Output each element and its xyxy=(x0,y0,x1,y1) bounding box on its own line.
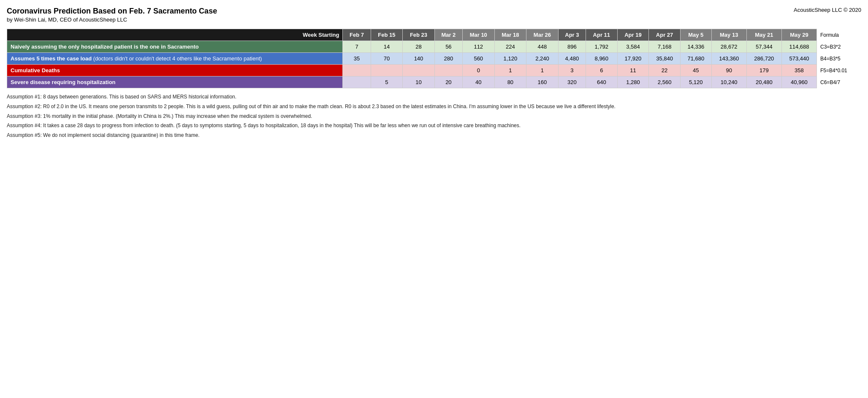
col-header-feb-15: Feb 15 xyxy=(371,29,403,41)
row3-cell-12: 90 xyxy=(711,65,746,76)
row2-cell-1: 70 xyxy=(371,53,403,65)
row4-cell-2: 10 xyxy=(403,76,435,88)
row2-cell-7: 4,480 xyxy=(558,53,586,65)
assumption-4: Assumption #4: It takes a case 28 days t… xyxy=(7,122,861,129)
row3-cell-1 xyxy=(371,65,403,76)
row1-cell-6: 448 xyxy=(526,41,559,53)
row2-cell-10: 35,840 xyxy=(649,53,681,65)
row3-cell-2 xyxy=(403,65,435,76)
row4-cell-6: 160 xyxy=(526,76,559,88)
row1-cell-8: 1,792 xyxy=(586,41,618,53)
row1-cell-0: 7 xyxy=(343,41,371,53)
row4-formula: C6=B4/7 xyxy=(817,76,861,88)
row4-cell-13: 20,480 xyxy=(746,76,781,88)
row4-cell-14: 40,960 xyxy=(781,76,816,88)
row1-cell-2: 28 xyxy=(403,41,435,53)
assumption-5: Assumption #5: We do not implement socia… xyxy=(7,132,861,139)
row4-cell-10: 2,560 xyxy=(649,76,681,88)
row1-cell-12: 28,672 xyxy=(711,41,746,53)
col-header-apr-3: Apr 3 xyxy=(558,29,586,41)
row2-cell-3: 280 xyxy=(434,53,462,65)
assumptions-section: Assumption #1: 8 days between generation… xyxy=(7,93,861,139)
page-title: Coronavirus Prediction Based on Feb. 7 S… xyxy=(7,7,217,16)
col-header-apr-27: Apr 27 xyxy=(649,29,681,41)
row2-cell-5: 1,120 xyxy=(494,53,526,65)
row3-cell-4: 0 xyxy=(462,65,494,76)
row2-cell-8: 8,960 xyxy=(586,53,618,65)
row1-cell-10: 7,168 xyxy=(649,41,681,53)
row4-cell-9: 1,280 xyxy=(617,76,649,88)
table-row-row1: Naively assuming the only hospitalized p… xyxy=(7,41,861,53)
row1-cell-14: 114,688 xyxy=(781,41,816,53)
row3-label-cell: Cumulative Deaths xyxy=(7,65,343,76)
col-header-mar-2: Mar 2 xyxy=(434,29,462,41)
row1-cell-11: 14,336 xyxy=(680,41,711,53)
row2-cell-12: 143,360 xyxy=(711,53,746,65)
page-subtitle: by Wei-Shin Lai, MD, CEO of AcousticShee… xyxy=(7,16,217,23)
row4-cell-12: 10,240 xyxy=(711,76,746,88)
row3-cell-9: 11 xyxy=(617,65,649,76)
row1-cell-3: 56 xyxy=(434,41,462,53)
row1-label-cell: Naively assuming the only hospitalized p… xyxy=(7,41,343,53)
row3-cell-8: 6 xyxy=(586,65,618,76)
row4-cell-0 xyxy=(343,76,371,88)
row3-formula: F5=B4*0.01 xyxy=(817,65,861,76)
row1-formula: C3=B3*2 xyxy=(817,41,861,53)
row2-cell-2: 140 xyxy=(403,53,435,65)
table-row-row2: Assumes 5 times the case load (doctors d… xyxy=(7,53,861,65)
col-header-mar-10: Mar 10 xyxy=(462,29,494,41)
table-row-row4: Severe disease requiring hospitalization… xyxy=(7,76,861,88)
row3-cell-6: 1 xyxy=(526,65,559,76)
row1-cell-5: 224 xyxy=(494,41,526,53)
row2-formula: B4=B3*5 xyxy=(817,53,861,65)
row4-cell-8: 640 xyxy=(586,76,618,88)
col-header-may-21: May 21 xyxy=(746,29,781,41)
row3-cell-10: 22 xyxy=(649,65,681,76)
table-row-row3: Cumulative Deaths0113611224590179358F5=B… xyxy=(7,65,861,76)
col-header-feb-7: Feb 7 xyxy=(343,29,371,41)
row3-cell-13: 179 xyxy=(746,65,781,76)
row4-cell-4: 40 xyxy=(462,76,494,88)
row3-cell-14: 358 xyxy=(781,65,816,76)
row2-cell-9: 17,920 xyxy=(617,53,649,65)
row2-cell-6: 2,240 xyxy=(526,53,559,65)
row1-cell-13: 57,344 xyxy=(746,41,781,53)
row4-cell-11: 5,120 xyxy=(680,76,711,88)
row1-cell-7: 896 xyxy=(558,41,586,53)
col-header-apr-11: Apr 11 xyxy=(586,29,618,41)
row2-label-cell: Assumes 5 times the case load (doctors d… xyxy=(7,53,343,65)
formula-header: Formula xyxy=(817,29,861,41)
row4-cell-3: 20 xyxy=(434,76,462,88)
row2-cell-14: 573,440 xyxy=(781,53,816,65)
row4-cell-7: 320 xyxy=(558,76,586,88)
assumption-3: Assumption #3: 1% mortality in the initi… xyxy=(7,113,861,120)
row3-cell-7: 3 xyxy=(558,65,586,76)
col-header-mar-18: Mar 18 xyxy=(494,29,526,41)
row4-cell-5: 80 xyxy=(494,76,526,88)
row3-cell-3 xyxy=(434,65,462,76)
col-header-mar-26: Mar 26 xyxy=(526,29,559,41)
main-table: Week Starting Feb 7Feb 15Feb 23Mar 2Mar … xyxy=(7,29,861,88)
row3-cell-11: 45 xyxy=(680,65,711,76)
col-header-may-13: May 13 xyxy=(711,29,746,41)
row2-cell-11: 71,680 xyxy=(680,53,711,65)
row4-cell-1: 5 xyxy=(371,76,403,88)
col-header-apr-19: Apr 19 xyxy=(617,29,649,41)
col-header-feb-23: Feb 23 xyxy=(403,29,435,41)
row2-cell-4: 560 xyxy=(462,53,494,65)
assumption-2: Assumption #2: R0 of 2.0 in the US. It m… xyxy=(7,103,861,110)
row1-cell-1: 14 xyxy=(371,41,403,53)
header-row: Week Starting Feb 7Feb 15Feb 23Mar 2Mar … xyxy=(7,29,861,41)
row1-cell-9: 3,584 xyxy=(617,41,649,53)
row3-cell-5: 1 xyxy=(494,65,526,76)
copyright: AcousticSheep LLC © 2020 xyxy=(794,7,861,13)
week-starting-header: Week Starting xyxy=(7,29,343,41)
row4-label-cell: Severe disease requiring hospitalization xyxy=(7,76,343,88)
row2-cell-0: 35 xyxy=(343,53,371,65)
row3-cell-0 xyxy=(343,65,371,76)
row1-cell-4: 112 xyxy=(462,41,494,53)
row2-cell-13: 286,720 xyxy=(746,53,781,65)
col-header-may-5: May 5 xyxy=(680,29,711,41)
col-header-may-29: May 29 xyxy=(781,29,816,41)
assumption-1: Assumption #1: 8 days between generation… xyxy=(7,93,861,101)
